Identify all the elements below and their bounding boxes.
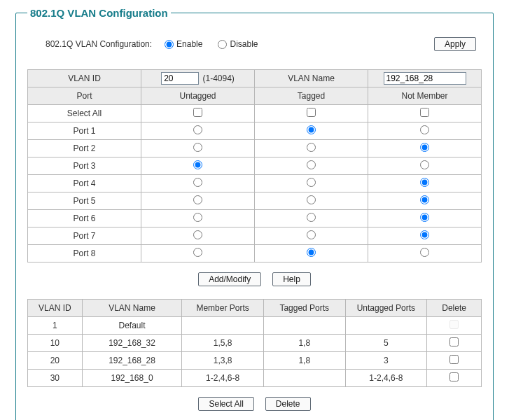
vlan-config-fieldset: 802.1Q VLAN Configuration 802.1Q VLAN Co…: [15, 7, 494, 420]
vlan-name-input[interactable]: [384, 72, 466, 85]
vlan-delete-cell: [427, 317, 482, 335]
port-untagged-radio[interactable]: [193, 143, 202, 152]
port-label: Port 3: [28, 158, 141, 175]
lh-vlan-id: VLAN ID: [28, 300, 83, 317]
vlan-id-cell: 20: [28, 352, 83, 370]
vlan-delete-checkbox[interactable]: [449, 372, 459, 382]
disable-radio-input[interactable]: [218, 40, 227, 49]
port-label: Port 5: [28, 192, 141, 210]
hdr-notmember: Not Member: [368, 88, 482, 105]
vlan-name-cell: 192_168_28: [82, 352, 182, 370]
bottom-actions: Select All Delete: [27, 397, 482, 411]
vlan-delete-cell: [427, 335, 482, 352]
vlan-delete-cell: [427, 370, 482, 387]
help-button[interactable]: Help: [272, 272, 311, 286]
port-row: Port 7: [28, 227, 482, 245]
vlan-row: 1Default: [28, 317, 482, 335]
enable-label: 802.1Q VLAN Configuration:: [46, 39, 152, 49]
hdr-vlan-id: VLAN ID: [28, 70, 141, 88]
port-notmember-radio[interactable]: [420, 178, 429, 187]
vlan-untagged-cell: 3: [345, 352, 427, 370]
port-tagged-radio[interactable]: [307, 125, 316, 134]
vlan-untagged-cell: 1-2,4,6-8: [345, 370, 427, 387]
hdr-untagged: Untagged: [141, 88, 255, 105]
enable-radio-input[interactable]: [165, 40, 174, 49]
vlan-delete-checkbox[interactable]: [449, 355, 459, 364]
port-tagged-radio[interactable]: [307, 248, 316, 257]
port-label: Port 2: [28, 140, 141, 158]
select-all-tagged[interactable]: [307, 108, 316, 117]
port-tagged-radio[interactable]: [307, 230, 316, 239]
vlan-name-cell: 192_168_32: [82, 335, 182, 352]
port-row: Port 5: [28, 192, 482, 210]
port-tagged-radio[interactable]: [307, 195, 316, 204]
disable-radio[interactable]: Disable: [218, 39, 258, 49]
port-notmember-radio[interactable]: [420, 248, 429, 257]
port-label: Port 6: [28, 210, 141, 227]
vlan-list-table: VLAN ID VLAN Name Member Ports Tagged Po…: [27, 299, 482, 387]
port-config-table: VLAN ID (1-4094) VLAN Name Port Untagged…: [27, 69, 482, 262]
enable-radio-label: Enable: [176, 39, 202, 49]
port-untagged-radio[interactable]: [193, 213, 202, 222]
vlan-id-cell: 30: [28, 370, 83, 387]
enable-row: 802.1Q VLAN Configuration: Enable Disabl…: [46, 37, 482, 51]
port-tagged-radio[interactable]: [307, 143, 316, 152]
vlan-tagged-cell: 1,8: [263, 352, 345, 370]
select-all-label: Select All: [28, 105, 141, 122]
hdr-tagged: Tagged: [255, 88, 368, 105]
vlan-id-input[interactable]: [161, 72, 199, 85]
enable-radio[interactable]: Enable: [165, 39, 202, 49]
apply-button[interactable]: Apply: [434, 37, 476, 51]
add-modify-button[interactable]: Add/Modify: [198, 272, 261, 286]
vlan-tagged-cell: 1,8: [263, 335, 345, 352]
port-untagged-radio[interactable]: [193, 125, 202, 134]
hdr-vlan-name: VLAN Name: [255, 70, 368, 88]
port-row: Port 3: [28, 158, 482, 175]
cell-vlan-id-input: (1-4094): [141, 70, 255, 88]
port-untagged-radio[interactable]: [193, 248, 202, 257]
vlan-name-cell: Default: [82, 317, 182, 335]
vlan-member-cell: 1,5,8: [182, 335, 264, 352]
fieldset-legend: 802.1Q VLAN Configuration: [27, 7, 171, 19]
vlan-member-cell: 1,3,8: [182, 352, 264, 370]
vlan-member-cell: [182, 317, 264, 335]
delete-button[interactable]: Delete: [265, 397, 311, 411]
vlan-id-cell: 1: [28, 317, 83, 335]
lh-untagged: Untagged Ports: [345, 300, 427, 317]
port-label: Port 4: [28, 175, 141, 192]
port-notmember-radio[interactable]: [420, 160, 429, 169]
port-row: Port 6: [28, 210, 482, 227]
vlan-tagged-cell: [263, 370, 345, 387]
port-label: Port 7: [28, 227, 141, 245]
vlan-member-cell: 1-2,4,6-8: [182, 370, 264, 387]
vlan-delete-checkbox[interactable]: [449, 337, 459, 346]
port-untagged-radio[interactable]: [193, 178, 202, 187]
port-row: Port 1: [28, 122, 482, 140]
port-row: Port 8: [28, 245, 482, 262]
port-notmember-radio[interactable]: [420, 125, 429, 134]
port-row: Port 2: [28, 140, 482, 158]
port-notmember-radio[interactable]: [420, 195, 429, 204]
port-notmember-radio[interactable]: [420, 213, 429, 222]
port-notmember-radio[interactable]: [420, 143, 429, 152]
port-label: Port 1: [28, 122, 141, 140]
port-notmember-radio[interactable]: [420, 230, 429, 239]
disable-radio-label: Disable: [230, 39, 258, 49]
port-tagged-radio[interactable]: [307, 178, 316, 187]
hdr-port: Port: [28, 88, 141, 105]
port-untagged-radio[interactable]: [193, 230, 202, 239]
lh-vlan-name: VLAN Name: [82, 300, 182, 317]
select-all-notmember[interactable]: [420, 108, 429, 117]
vlan-untagged-cell: [345, 317, 427, 335]
vlan-id-cell: 10: [28, 335, 83, 352]
port-row: Port 4: [28, 175, 482, 192]
vlan-delete-checkbox: [449, 320, 459, 329]
select-all-button[interactable]: Select All: [198, 397, 253, 411]
port-untagged-radio[interactable]: [193, 160, 202, 169]
select-all-untagged[interactable]: [193, 108, 202, 117]
port-tagged-radio[interactable]: [307, 213, 316, 222]
port-tagged-radio[interactable]: [307, 160, 316, 169]
vlan-row: 10192_168_321,5,81,85: [28, 335, 482, 352]
lh-tagged: Tagged Ports: [263, 300, 345, 317]
port-untagged-radio[interactable]: [193, 195, 202, 204]
